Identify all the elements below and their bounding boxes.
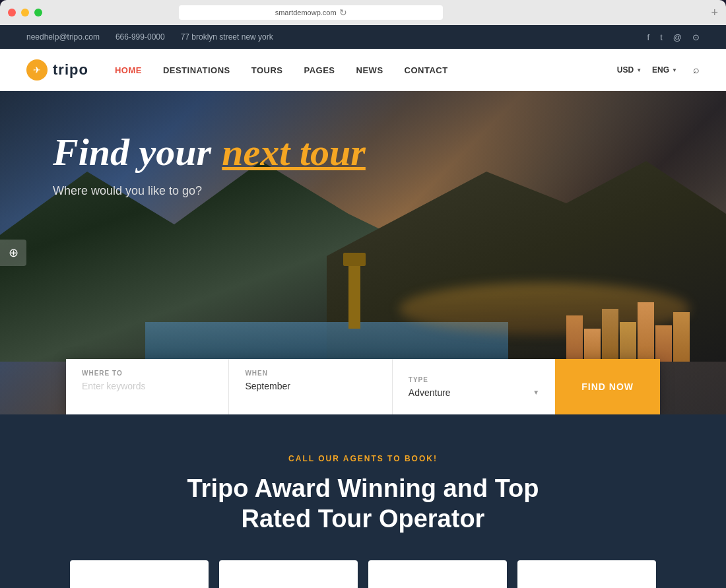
instagram-icon[interactable]: @	[673, 32, 682, 42]
tower-element	[348, 263, 360, 329]
search-icon[interactable]: ⌕	[693, 64, 700, 76]
browser-chrome: smartdemowp.com ↻ +	[0, 0, 726, 25]
phone-text: 666-999-0000	[116, 32, 165, 42]
browser-close-button[interactable]	[8, 9, 16, 16]
top-bar-social: f t @ ⊙	[647, 32, 700, 42]
facebook-icon[interactable]: f	[647, 32, 650, 42]
nav-news[interactable]: News	[356, 65, 383, 75]
email-item: needhelp@tripo.com	[26, 32, 100, 42]
section-tag: CALL OUR AGENTS TO BOOK!	[26, 454, 700, 463]
site-container: needhelp@tripo.com 666-999-0000 77 brokl…	[0, 25, 726, 588]
logo[interactable]: ✈ tripo	[26, 59, 88, 81]
nav-links: Home Destinations Tours Pages News Conta…	[115, 64, 448, 76]
where-to-input[interactable]: Enter keywords	[82, 381, 213, 391]
hero-section: ⊕ Find your next tour Where would you li…	[0, 91, 726, 414]
currency-selector[interactable]: USD ▼	[617, 65, 642, 75]
address-item: 77 broklyn street new york	[181, 32, 273, 42]
when-value[interactable]: September	[245, 381, 376, 391]
type-field[interactable]: TYPE Adventure ▼	[393, 359, 555, 414]
type-row: Adventure ▼	[409, 387, 539, 398]
type-dropdown-icon: ▼	[533, 389, 539, 396]
nav-contact[interactable]: Contact	[405, 65, 448, 75]
address-bar[interactable]: smartdemowp.com ↻	[179, 5, 443, 20]
hero-headline-plain: Find your	[53, 131, 211, 174]
nav-pages[interactable]: Pages	[304, 65, 335, 75]
phone-item: 666-999-0000	[116, 32, 165, 42]
top-bar: needhelp@tripo.com 666-999-0000 77 brokl…	[0, 25, 726, 49]
where-to-label: WHERE TO	[82, 370, 213, 377]
navbar: ✈ tripo Home Destinations Tours Pages Ne…	[0, 49, 726, 91]
feature-card-4[interactable]	[517, 560, 656, 588]
feature-card-2[interactable]	[219, 560, 358, 588]
buildings-element	[566, 302, 690, 362]
browser-minimize-button[interactable]	[21, 9, 29, 16]
hero-content: Find your next tour Where would you like…	[53, 131, 366, 198]
feature-cards	[26, 560, 700, 588]
twitter-icon[interactable]: t	[660, 32, 663, 42]
when-field[interactable]: WHEN September	[229, 359, 392, 414]
hero-headline-accent: next tour	[222, 131, 366, 174]
feature-card-3[interactable]	[368, 560, 507, 588]
address-text: 77 broklyn street new york	[181, 32, 273, 42]
type-value[interactable]: Adventure	[409, 387, 451, 398]
language-dropdown-icon: ▼	[672, 67, 677, 73]
find-now-button[interactable]: FIND NOW	[555, 359, 660, 414]
email-text: needhelp@tripo.com	[26, 32, 100, 42]
type-label: TYPE	[409, 376, 539, 383]
below-hero-section: CALL OUR AGENTS TO BOOK! Tripo Award Win…	[0, 414, 726, 588]
nav-destinations[interactable]: Destinations	[163, 65, 230, 75]
accessibility-icon: ⊕	[9, 245, 18, 260]
section-title: Tripo Award Winning and Top Rated Tour O…	[165, 474, 561, 534]
nav-home[interactable]: Home	[115, 65, 142, 75]
nav-tours[interactable]: Tours	[251, 65, 283, 75]
currency-text: USD	[617, 65, 634, 75]
search-bar: WHERE TO Enter keywords WHEN September T…	[66, 359, 660, 414]
hero-subtitle: Where would you like to go?	[53, 184, 366, 198]
hero-headline: Find your next tour	[53, 131, 366, 174]
language-text: ENG	[652, 65, 669, 75]
feature-card-1[interactable]	[70, 560, 209, 588]
top-bar-left: needhelp@tripo.com 666-999-0000 77 brokl…	[26, 32, 273, 42]
nav-right: USD ▼ ENG ▼ ⌕	[617, 64, 700, 76]
language-selector[interactable]: ENG ▼	[652, 65, 677, 75]
currency-dropdown-icon: ▼	[636, 67, 642, 73]
where-to-field[interactable]: WHERE TO Enter keywords	[66, 359, 229, 414]
logo-text: tripo	[53, 61, 88, 79]
url-text: smartdemowp.com	[275, 9, 337, 16]
accessibility-widget[interactable]: ⊕	[0, 240, 26, 266]
tripadvisor-icon[interactable]: ⊙	[692, 32, 700, 42]
when-label: WHEN	[245, 370, 376, 377]
browser-maximize-button[interactable]	[34, 9, 42, 16]
logo-icon: ✈	[26, 59, 48, 81]
new-tab-button[interactable]: +	[711, 6, 718, 20]
refresh-icon[interactable]: ↻	[339, 7, 347, 18]
